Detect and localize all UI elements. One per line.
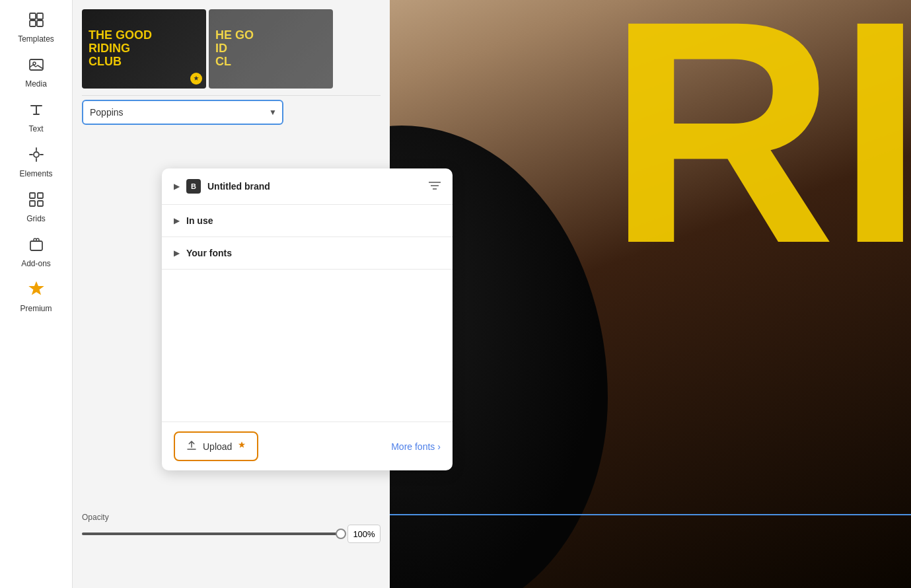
in-use-section-header[interactable]: ▶ In use xyxy=(162,205,453,237)
dropdown-section-brand: ▶ B Untitled brand xyxy=(162,168,453,205)
brand-section-title: Untitled brand xyxy=(207,181,270,192)
canvas-yellow-text: RI xyxy=(607,0,911,291)
svg-rect-2 xyxy=(30,20,36,26)
slider-thumb[interactable] xyxy=(336,529,346,539)
font-selector-area: Poppins ▼ xyxy=(73,96,390,130)
upload-footer: Upload More fonts › xyxy=(162,422,453,470)
sidebar-item-label: Media xyxy=(25,79,47,89)
premium-icon xyxy=(28,281,44,301)
section-left: ▶ B Untitled brand xyxy=(174,179,270,194)
thumbnails-area: THE GOODRIDINGCLUB HE GOIDCL xyxy=(73,0,390,95)
chevron-right-icon: ▶ xyxy=(174,182,180,191)
upload-icon xyxy=(186,439,198,453)
premium-star-icon xyxy=(237,441,246,452)
dropdown-section-in-use: ▶ In use xyxy=(162,205,453,237)
sidebar-item-premium[interactable]: Premium xyxy=(7,276,66,318)
brand-icon: B xyxy=(186,179,201,194)
sidebar-item-label: Premium xyxy=(20,304,52,313)
dropdown-section-your-fonts: ▶ Your fonts xyxy=(162,237,453,270)
svg-rect-10 xyxy=(38,201,43,206)
filter-icon[interactable] xyxy=(429,181,441,192)
svg-rect-3 xyxy=(37,20,43,26)
thumbnail-1[interactable]: THE GOODRIDINGCLUB xyxy=(82,9,206,89)
svg-point-6 xyxy=(34,152,39,157)
svg-rect-1 xyxy=(37,13,43,19)
font-select-wrapper: Poppins ▼ xyxy=(82,100,283,125)
more-fonts-label: More fonts xyxy=(391,441,435,452)
chevron-right-icon: ▶ xyxy=(174,216,180,225)
addons-icon xyxy=(28,237,44,256)
text-icon xyxy=(28,102,44,122)
sidebar-item-label: Grids xyxy=(26,214,46,223)
svg-rect-8 xyxy=(38,193,43,198)
thumbnail-2[interactable]: HE GOIDCL xyxy=(209,9,333,89)
in-use-section-title: In use xyxy=(186,215,213,226)
thumbnail-text: THE GOODRIDINGCLUB xyxy=(89,29,200,68)
sidebar-item-label: Text xyxy=(28,124,43,133)
upload-label: Upload xyxy=(203,441,232,452)
sidebar-item-text[interactable]: Text xyxy=(7,96,66,139)
templates-icon xyxy=(28,12,44,32)
your-fonts-section-header[interactable]: ▶ Your fonts xyxy=(162,237,453,269)
sidebar-item-grids[interactable]: Grids xyxy=(7,186,66,229)
sidebar-item-elements[interactable]: Elements xyxy=(7,141,66,184)
section-left: ▶ Your fonts xyxy=(174,248,232,258)
opacity-slider-track[interactable] xyxy=(82,533,341,535)
brand-section-header[interactable]: ▶ B Untitled brand xyxy=(162,168,453,204)
svg-point-5 xyxy=(33,62,36,65)
opacity-label: Opacity xyxy=(82,513,381,522)
left-panel: THE GOODRIDINGCLUB HE GOIDCL Poppins ▼ xyxy=(73,0,390,588)
main-area: RI THE GOODRIDINGCLUB HE GOIDCL xyxy=(73,0,911,588)
font-dropdown: ▶ B Untitled brand xyxy=(162,168,453,470)
empty-space xyxy=(162,270,453,422)
sidebar-item-addons[interactable]: Add-ons xyxy=(7,231,66,274)
sidebar-item-media[interactable]: Media xyxy=(7,52,66,94)
grids-icon xyxy=(28,192,44,211)
sidebar-item-templates[interactable]: Templates xyxy=(7,7,66,49)
elements-icon xyxy=(28,147,44,166)
opacity-value[interactable]: 100% xyxy=(347,525,381,543)
your-fonts-section-title: Your fonts xyxy=(186,248,232,258)
slider-fill xyxy=(82,533,341,535)
chevron-right-icon: › xyxy=(437,441,441,452)
svg-rect-0 xyxy=(30,13,36,19)
premium-badge xyxy=(190,73,202,85)
media-icon xyxy=(28,57,44,77)
chevron-right-icon: ▶ xyxy=(174,248,180,258)
sidebar-item-label: Add-ons xyxy=(21,259,51,268)
sidebar: Templates Media Text Elements xyxy=(0,0,73,588)
font-select[interactable]: Poppins xyxy=(82,100,283,125)
opacity-bar: Opacity 100% xyxy=(73,507,390,548)
more-fonts-button[interactable]: More fonts › xyxy=(391,441,441,452)
section-left: ▶ In use xyxy=(174,215,213,226)
sidebar-item-label: Elements xyxy=(19,169,52,178)
sidebar-item-label: Templates xyxy=(18,34,54,44)
svg-rect-7 xyxy=(30,193,35,198)
svg-rect-4 xyxy=(30,59,43,70)
svg-rect-11 xyxy=(30,241,42,250)
slider-row: 100% xyxy=(82,525,381,543)
svg-rect-9 xyxy=(30,201,35,206)
upload-button[interactable]: Upload xyxy=(174,431,258,461)
thumbnail-text: HE GOIDCL xyxy=(215,29,326,68)
